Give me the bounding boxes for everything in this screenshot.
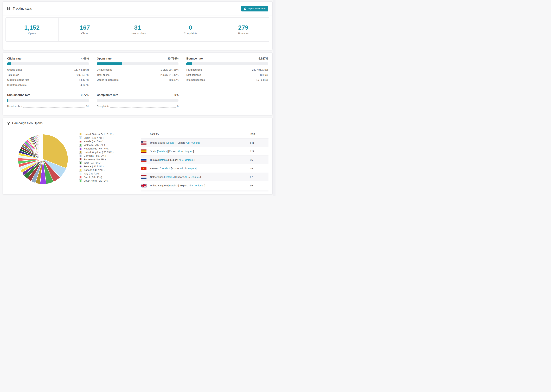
legend-swatch — [79, 154, 82, 157]
export-unique-link[interactable]: Unique › — [192, 141, 202, 144]
details-link[interactable]: Details › — [165, 176, 174, 178]
export-all-link[interactable]: All › — [186, 141, 190, 144]
country-cell: Germany [Details ›] [Export: All › / Uni… — [150, 193, 198, 195]
export-icon — [243, 7, 246, 10]
page-scrollbar[interactable] — [273, 0, 276, 196]
export-all-link[interactable]: All › — [184, 176, 189, 178]
rate-row: Unsubscribes 31 — [7, 104, 89, 109]
tracking-stats-header: Tracking stats Export basic stats — [3, 1, 272, 16]
rate-block-complaints: Complaints rate 0% Complaints 0 — [97, 93, 179, 109]
export-unique-link[interactable]: Unique › — [191, 176, 200, 178]
geo-row-de: Germany [Details ›] [Export: All › / Uni… — [141, 190, 268, 194]
stat-opens: 1,152 Opens — [6, 18, 58, 41]
rate-title: Bounce rate — [186, 57, 203, 60]
legend-swatch — [79, 176, 82, 179]
total-cell: 86 — [250, 159, 253, 161]
details-link[interactable]: Details › — [161, 167, 170, 170]
details-link[interactable]: Details › — [162, 193, 171, 195]
rate-progressbar — [7, 63, 89, 65]
legend-swatch — [79, 133, 82, 136]
rate-row: Opens to clicks rate 689.82% — [97, 77, 179, 83]
total-cell: 55 — [250, 193, 253, 195]
flag-nl-icon — [141, 175, 147, 179]
dotted-leader — [111, 72, 159, 76]
legend-item: Brazil ( 33 / 2% ) — [79, 175, 113, 179]
rate-row: Complaints 0 — [97, 104, 179, 109]
total-cell: 79 — [250, 167, 253, 170]
page-title: Tracking stats — [13, 7, 32, 10]
legend-item: India ( 46 / 3% ) — [79, 161, 113, 165]
export-all-link[interactable]: All › — [179, 159, 183, 161]
country-cell: United Kingdom [Details ›] [Export: All … — [150, 184, 205, 187]
dotted-leader — [203, 67, 251, 71]
rate-row: Total clicks 220 / 5.87% — [7, 72, 89, 78]
rate-progressbar — [97, 99, 179, 102]
rate-title: Unsubscribe rate — [7, 93, 30, 97]
country-cell: Netherlands [Details ›] [Export: All › /… — [150, 176, 201, 178]
legend-swatch — [79, 140, 82, 143]
legend-item: South Africa ( 29 / 2% ) — [79, 179, 113, 183]
export-basic-stats-button[interactable]: Export basic stats — [241, 6, 268, 11]
rates-grid: Clicks rate 4.46% Unique clicks 167 / 4.… — [7, 57, 268, 109]
total-cell: 121 — [250, 150, 254, 153]
dotted-leader — [206, 77, 255, 81]
export-all-link[interactable]: All › — [177, 150, 182, 153]
legend-item: Russia ( 86 / 5% ) — [79, 140, 113, 143]
flag-es-icon — [141, 149, 147, 153]
legend-swatch — [79, 158, 82, 161]
export-all-link[interactable]: All › — [181, 193, 185, 195]
rate-progressbar — [186, 63, 268, 65]
geo-row-gb: United Kingdom [Details ›] [Export: All … — [141, 181, 268, 190]
export-unique-link[interactable]: Unique › — [188, 193, 197, 195]
geo-table-header: Country Total — [141, 129, 268, 138]
export-all-link[interactable]: All › — [189, 184, 193, 187]
stat-bounces: 279 Bounces — [217, 18, 270, 41]
dotted-leader — [113, 67, 159, 71]
geo-header: Campaign Geo Opens — [3, 118, 272, 129]
legend-swatch — [79, 165, 82, 168]
legend-item: Canada ( 40 / 2% ) — [79, 168, 113, 172]
export-unique-link[interactable]: Unique › — [195, 184, 205, 187]
stat-value: 1,152 — [24, 24, 40, 31]
stat-label: Complaints — [184, 32, 197, 35]
flag-gb-icon — [141, 184, 147, 188]
rate-row: Unique clicks 167 / 4.456% — [7, 67, 89, 72]
legend-swatch — [79, 169, 82, 171]
rate-row: Soft bounces 18 / 0% — [186, 72, 268, 78]
export-unique-link[interactable]: Unique › — [184, 150, 193, 153]
legend-item: Spain ( 121 / 7% ) — [79, 136, 113, 140]
rate-block-clicks: Clicks rate 4.46% Unique clicks 167 / 4.… — [7, 57, 89, 88]
stat-label: Opens — [28, 32, 36, 35]
rate-row: Unique opens 1,152 / 30.736% — [97, 67, 179, 72]
export-all-link[interactable]: All › — [180, 167, 184, 170]
details-link[interactable]: Details › — [158, 150, 167, 153]
stat-value: 31 — [134, 24, 141, 31]
country-cell: United States [Details ›] [Export: All ›… — [150, 141, 202, 144]
dotted-leader — [30, 77, 78, 81]
col-country: Country — [150, 132, 159, 135]
details-link[interactable]: Details › — [159, 159, 168, 161]
dotted-leader — [202, 72, 259, 76]
total-cell: 59 — [250, 184, 253, 187]
legend-item: Romania ( 49 / 3% ) — [79, 158, 113, 161]
country-cell: Vietnam [Details ›] [Export: All › / Uni… — [150, 167, 197, 170]
legend-item: Italy ( 36 / 2% ) — [79, 172, 113, 175]
rate-value: 30.736% — [167, 57, 178, 60]
export-unique-link[interactable]: Unique › — [186, 167, 196, 170]
legend-swatch — [79, 144, 82, 147]
rate-value: 4.46% — [81, 57, 89, 60]
details-link[interactable]: Details › — [166, 141, 175, 144]
rate-title: Opens rate — [97, 57, 112, 60]
legend-swatch — [79, 137, 82, 139]
details-link[interactable]: Details › — [169, 184, 178, 187]
flag-de-icon — [141, 192, 147, 195]
rate-value: 0.77% — [81, 93, 89, 97]
geo-row-ru: Russia [Details ›] [Export: All › / Uniq… — [141, 155, 268, 164]
stat-label: Unsubscribes — [130, 32, 146, 35]
country-cell: Russia [Details ›] [Export: All › / Uniq… — [150, 159, 195, 161]
rate-row: Total opens 2,303 / 61.446% — [97, 72, 179, 78]
rate-row: Internal bounces 19 / 6.81% — [186, 77, 268, 83]
legend-swatch — [79, 151, 82, 154]
export-unique-link[interactable]: Unique › — [185, 159, 194, 161]
campaign-geo-opens-card: Campaign Geo Opens United States ( 541 /… — [3, 118, 273, 194]
